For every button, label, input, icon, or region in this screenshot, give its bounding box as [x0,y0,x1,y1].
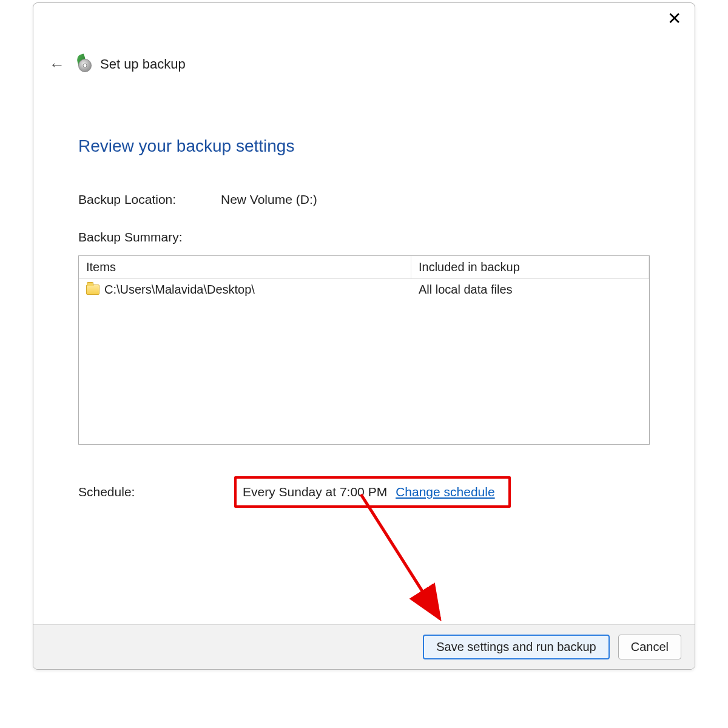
backup-location-label: Backup Location: [78,192,221,207]
column-header-items[interactable]: Items [79,256,411,278]
backup-location-row: Backup Location: New Volume (D:) [78,192,650,207]
titlebar: ✕ [33,3,695,39]
cell-items: C:\Users\Malavida\Desktop\ [79,283,411,297]
cancel-button[interactable]: Cancel [618,635,681,659]
schedule-value: Every Sunday at 7:00 PM [243,485,387,499]
backup-wizard-icon [76,56,92,72]
column-header-included[interactable]: Included in backup [411,256,649,278]
page-heading: Review your backup settings [78,136,650,156]
wizard-title: Set up backup [100,56,186,72]
dialog-footer: Save settings and run backup Cancel [33,624,695,669]
backup-summary-table: Items Included in backup C:\Users\Malavi… [78,255,650,445]
folder-icon [86,285,99,295]
backup-summary-label: Backup Summary: [78,230,650,244]
back-arrow-icon[interactable]: ← [47,54,67,75]
close-icon[interactable]: ✕ [661,8,687,30]
wizard-header: ← Set up backup [33,43,186,75]
item-path: C:\Users\Malavida\Desktop\ [104,283,255,297]
save-and-run-button[interactable]: Save settings and run backup [423,635,610,659]
schedule-highlight-annotation: Every Sunday at 7:00 PM Change schedule [234,476,511,508]
schedule-label: Schedule: [78,485,234,499]
cell-included: All local data files [411,283,649,297]
backup-location-value: New Volume (D:) [221,192,650,207]
change-schedule-link[interactable]: Change schedule [396,485,494,499]
schedule-row: Schedule: Every Sunday at 7:00 PM Change… [78,476,650,508]
table-row[interactable]: C:\Users\Malavida\Desktop\ All local dat… [79,279,649,300]
table-header: Items Included in backup [79,256,649,279]
content-area: Review your backup settings Backup Locat… [33,39,695,624]
wizard-window: ✕ ← Set up backup Review your backup set… [33,2,695,670]
